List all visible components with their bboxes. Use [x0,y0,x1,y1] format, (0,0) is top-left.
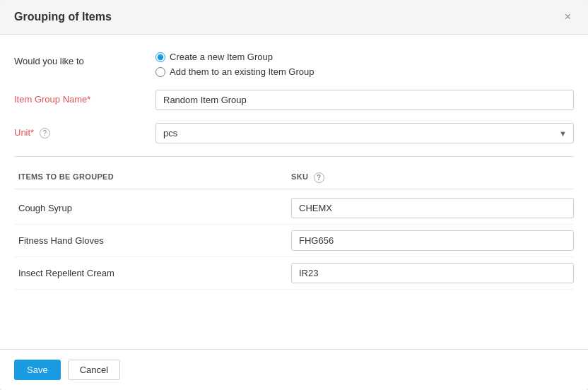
unit-help-icon: ? [40,128,50,138]
modal-title: Grouping of Items [14,11,112,23]
modal-body: Would you like to Create a new Item Grou… [0,35,588,349]
items-table-header: ITEMS TO BE GROUPED SKU ? [14,168,574,189]
item-name-0: Cough Syrup [14,203,291,213]
radio-add-existing[interactable]: Add them to an existing Item Group [155,66,574,77]
item-sku-input-0[interactable] [291,198,574,218]
radio-create-new[interactable]: Create a new Item Group [155,52,574,62]
close-button[interactable]: × [562,10,574,24]
grouping-modal: Grouping of Items × Would you like to Cr… [0,0,588,390]
radio-add-existing-input[interactable] [155,67,165,77]
item-sku-wrap-0 [291,198,574,218]
radio-create-new-label: Create a new Item Group [170,52,273,62]
would-you-like-label: Would you like to [14,52,155,66]
unit-select[interactable]: pcs nos kg ltr [155,123,574,143]
save-button[interactable]: Save [14,360,61,380]
item-sku-wrap-2 [291,263,574,283]
unit-select-container: pcs nos kg ltr ▼ [155,123,574,143]
cancel-button[interactable]: Cancel [68,360,120,380]
table-row: Fitness Hand Gloves [14,225,574,257]
radio-group: Create a new Item Group Add them to an e… [155,52,574,77]
section-divider [14,156,574,157]
sku-column-header: SKU ? [291,172,574,183]
unit-row: Unit* ? pcs nos kg ltr ▼ [14,123,574,143]
item-sku-input-1[interactable] [291,230,574,251]
table-row: Cough Syrup [14,192,574,225]
item-group-name-label: Item Group Name* [14,90,155,105]
sku-help-icon: ? [314,172,324,183]
modal-header: Grouping of Items × [0,0,588,35]
item-group-name-input[interactable] [155,90,574,110]
modal-footer: Save Cancel [0,349,588,390]
item-group-name-row: Item Group Name* [14,90,574,110]
item-sku-wrap-1 [291,230,574,251]
item-sku-input-2[interactable] [291,263,574,283]
would-you-like-row: Would you like to Create a new Item Grou… [14,52,574,77]
unit-label: Unit* ? [14,123,155,138]
item-name-1: Fitness Hand Gloves [14,235,291,246]
radio-create-new-input[interactable] [155,52,165,62]
item-name-2: Insect Repellent Cream [14,268,291,278]
radio-add-existing-label: Add them to an existing Item Group [170,66,314,77]
unit-select-wrap: pcs nos kg ltr ▼ [155,123,574,143]
radio-group-wrap: Create a new Item Group Add them to an e… [155,52,574,77]
items-column-header: ITEMS TO BE GROUPED [14,172,291,183]
item-group-name-wrap [155,90,574,110]
table-row: Insect Repellent Cream [14,257,574,290]
